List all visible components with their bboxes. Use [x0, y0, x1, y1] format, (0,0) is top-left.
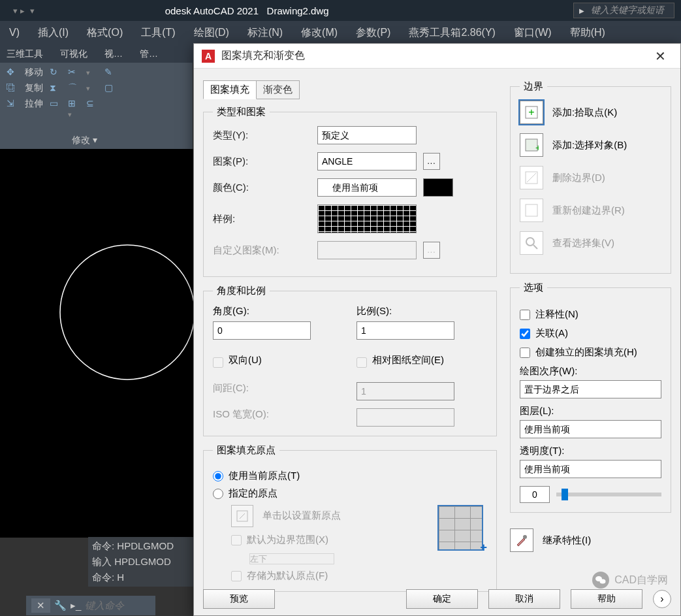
menu-yanxiu[interactable]: 燕秀工具箱2.86(Y)	[400, 26, 504, 40]
menu-dimension[interactable]: 标注(N)	[238, 26, 292, 40]
iso-select	[356, 408, 454, 427]
magnifier-icon	[520, 231, 543, 255]
menu-parametric[interactable]: 参数(P)	[347, 26, 400, 40]
type-label: 类型(Y):	[213, 129, 311, 142]
tool-dropdown-icon[interactable]	[86, 67, 98, 78]
cmd-prompt-icon: ▸_	[71, 600, 81, 611]
ribbon-tab-view[interactable]: 视…	[101, 46, 127, 63]
tool-dropdown-icon[interactable]	[86, 82, 98, 94]
scale-label: 比例(S):	[356, 305, 487, 317]
tab-gradient[interactable]: 渐变色	[256, 80, 300, 99]
group-legend: 边界	[520, 80, 547, 93]
qat-arrow-icon[interactable]: ▾ ▸	[13, 6, 25, 16]
inherit-properties-button[interactable]: 继承特性(I)	[510, 528, 671, 552]
type-select[interactable]: 预定义	[317, 126, 417, 144]
command-input[interactable]	[85, 600, 150, 611]
copy-icon[interactable]: ⿻	[7, 82, 18, 94]
menu-tools[interactable]: 工具(T)	[132, 26, 184, 40]
annotative-checkbox[interactable]	[520, 310, 530, 320]
mirror-icon[interactable]: ⧗	[50, 82, 61, 94]
pattern-browse-button[interactable]: ...	[423, 153, 440, 170]
dialog-buttons: 预览 确定 取消 帮助 ›	[203, 589, 671, 609]
add-select-button[interactable]: + 添加:选择对象(B)	[520, 133, 661, 157]
stretch-icon[interactable]: ⇲	[7, 98, 18, 110]
group-type-pattern: 类型和图案 类型(Y): 预定义 图案(P): ANGLE ... 颜色(C):…	[203, 106, 497, 277]
qat-dropdown-icon[interactable]: ▾	[30, 6, 35, 16]
menu-draw[interactable]: 绘图(D)	[185, 26, 238, 40]
group-origin: 图案填充原点 使用当前原点(T) 指定的原点 单击以设置新原点	[203, 444, 497, 592]
use-current-origin-radio[interactable]	[213, 471, 223, 481]
default-boundary-label: 默认为边界范围(X)	[247, 534, 328, 546]
ok-button[interactable]: 确定	[406, 589, 478, 609]
separate-label: 创建独立的图案填充(H)	[535, 346, 637, 359]
specified-origin-radio[interactable]	[213, 489, 223, 499]
add-pickpoint-button[interactable]: + 添加:拾取点(K)	[520, 101, 661, 124]
angle-select[interactable]: 0	[213, 321, 311, 340]
expand-button[interactable]: ›	[653, 590, 671, 608]
menu-help[interactable]: 帮助(H)	[561, 26, 614, 40]
specified-origin-label: 指定的原点	[229, 487, 277, 500]
trim-icon[interactable]: ✂	[68, 67, 80, 78]
svg-text:+: +	[535, 142, 539, 152]
pattern-select[interactable]: ANGLE	[317, 152, 417, 170]
group-boundary: 边界 + 添加:拾取点(K) + 添加:选择对象(B)	[510, 80, 671, 274]
ribbon-tab-3dtools[interactable]: 三维工具	[3, 46, 47, 63]
ribbon-panel-title[interactable]: 修改 ▾	[72, 135, 97, 146]
svg-rect-8	[526, 204, 537, 216]
transparency-slider[interactable]	[556, 493, 661, 496]
associative-label: 关联(A)	[535, 327, 568, 340]
click-new-origin-label: 单击以设置新原点	[262, 510, 341, 521]
ribbon-tab-visualize[interactable]: 可视化	[56, 46, 91, 63]
iso-label: ISO 笔宽(O):	[213, 408, 343, 421]
pickpoint-icon: +	[520, 101, 543, 124]
layer-select[interactable]: 使用当前项	[520, 420, 661, 438]
box-icon[interactable]: ▢	[104, 82, 116, 94]
search-input[interactable]: 键入关键字或短语	[573, 3, 674, 18]
drawing-canvas[interactable]	[0, 149, 193, 538]
move-button[interactable]: 移动	[25, 67, 43, 78]
preview-button[interactable]: 预览	[203, 589, 275, 609]
help-button[interactable]: 帮助	[571, 589, 642, 609]
transparency-label: 透明度(T):	[520, 445, 661, 457]
app-titlebar: ▾ ▸ ▾ odesk AutoCAD 2021 Drawing2.dwg 键入…	[0, 0, 681, 21]
move-icon[interactable]: ✥	[7, 67, 18, 78]
pencil-icon[interactable]: ✎	[104, 67, 116, 78]
fillet-icon[interactable]: ⌒	[68, 82, 80, 94]
cmd-line: 命令: HPDLGMOD	[92, 538, 189, 554]
menu-modify[interactable]: 修改(M)	[292, 26, 347, 40]
cancel-button[interactable]: 取消	[488, 589, 560, 609]
array-icon[interactable]: ⊞	[68, 98, 80, 110]
pattern-label: 图案(P):	[213, 155, 311, 168]
app-title: odesk AutoCAD 2021 Drawing2.dwg	[165, 5, 329, 16]
sample-swatch[interactable]	[317, 204, 417, 233]
rotate-icon[interactable]: ↻	[50, 67, 61, 78]
close-button[interactable]: ✕	[648, 46, 673, 67]
transparency-value-input[interactable]	[520, 486, 550, 503]
menu-format[interactable]: 格式(O)	[78, 26, 132, 40]
group-options: 选项 注释性(N) 关联(A) 创建独立的图案填充(H) 绘图次序(W): 置于…	[510, 282, 671, 513]
origin-preview	[437, 505, 483, 551]
separate-checkbox[interactable]	[520, 348, 530, 358]
scale-select[interactable]: 1	[356, 321, 454, 340]
menu-view[interactable]: V)	[0, 27, 29, 39]
stretch-button[interactable]: 拉伸	[25, 98, 43, 110]
wrench-icon[interactable]: 🔧	[54, 600, 67, 611]
color-swatch-select[interactable]	[423, 178, 453, 197]
dialog-titlebar: A 图案填充和渐变色 ✕	[194, 44, 680, 69]
group-legend: 角度和比例	[213, 285, 270, 297]
scale-icon[interactable]: ▭	[50, 98, 61, 110]
menu-insert[interactable]: 插入(I)	[29, 26, 78, 40]
menu-window[interactable]: 窗口(W)	[505, 26, 561, 40]
copy-button[interactable]: 复制	[25, 82, 43, 94]
color-select[interactable]: 使用当前项	[317, 178, 417, 197]
close-cmdline-icon[interactable]: ✕	[31, 598, 50, 613]
transparency-select[interactable]: 使用当前项	[520, 460, 661, 478]
recreate-icon	[520, 199, 543, 222]
offset-icon[interactable]: ⊆	[86, 98, 98, 110]
ribbon-tab-manage[interactable]: 管…	[136, 46, 162, 63]
tab-hatch[interactable]: 图案填充	[203, 80, 257, 99]
svg-line-10	[533, 245, 537, 249]
draw-order-select[interactable]: 置于边界之后	[520, 380, 661, 398]
associative-checkbox[interactable]	[520, 329, 530, 339]
ribbon-panel-modify: ✥移动 ↻ ✂ ✎ ⿻复制 ⧗ ⌒ ▢ ⇲拉伸 ▭ ⊞ ⊆ 修改 ▾	[0, 63, 193, 149]
